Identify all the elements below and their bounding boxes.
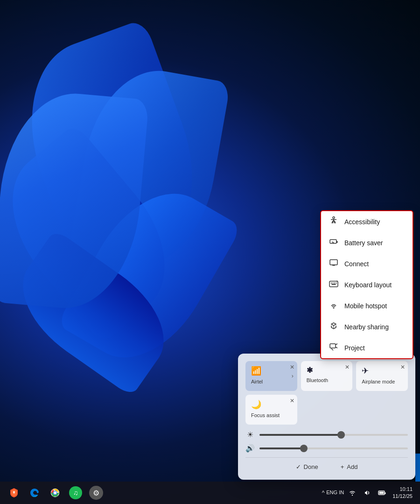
svg-rect-12 [332, 284, 336, 285]
taskbar-brave[interactable] [6, 484, 22, 501]
svg-line-16 [336, 347, 337, 348]
brightness-slider[interactable] [259, 434, 408, 436]
tray-wifi-icon[interactable] [346, 486, 359, 499]
svg-rect-9 [333, 283, 334, 284]
battery-saver-label: Battery saver [344, 239, 383, 247]
svg-rect-14 [330, 344, 336, 348]
brightness-row: ☀ [245, 430, 408, 439]
taskbar-system-tray: ^ ENG IN [316, 486, 420, 500]
svg-line-17 [331, 348, 333, 350]
airplane-label: Airplane mode [362, 379, 402, 384]
svg-rect-3 [336, 241, 338, 243]
volume-thumb[interactable] [300, 445, 308, 452]
volume-slider[interactable] [259, 447, 408, 449]
dropdown-item-battery-saver[interactable]: Battery saver [321, 232, 413, 253]
connect-label: Connect [344, 260, 369, 268]
mobile-hotspot-icon [329, 300, 339, 312]
mobile-hotspot-label: Mobile hotspot [344, 302, 387, 310]
project-icon [329, 342, 339, 354]
svg-rect-4 [330, 260, 337, 265]
add-button[interactable]: + Add [337, 461, 362, 472]
qs-tile-airtel[interactable]: ✕ 📶 › Airtel [245, 361, 297, 391]
done-check-icon: ✓ [296, 463, 301, 470]
wifi-icon: 📶 [251, 366, 261, 376]
brightness-icon: ☀ [245, 430, 255, 439]
system-clock[interactable]: 10:11 11/12/25 [391, 486, 414, 500]
dropdown-item-mobile-hotspot[interactable]: Mobile hotspot [321, 295, 413, 316]
nearby-sharing-label: Nearby sharing [344, 323, 389, 331]
brightness-fill [259, 434, 341, 436]
chevron-icon: › [292, 373, 294, 379]
keyboard-layout-label: Keyboard layout [344, 281, 392, 289]
taskbar-edge[interactable] [26, 484, 43, 501]
pin-icon-ap: ✕ [400, 364, 405, 370]
dropdown-item-connect[interactable]: Connect [321, 253, 413, 274]
qs-tile-bluetooth[interactable]: ✕ ✱ Bluetooth [301, 361, 353, 391]
show-hidden-icons-button[interactable]: ^ [322, 490, 325, 496]
accessibility-icon [329, 216, 339, 227]
tray-battery-icon[interactable] [376, 486, 389, 499]
quick-settings-footer: ✓ Done + Add [245, 457, 408, 472]
language-indicator[interactable]: ENG IN [326, 490, 344, 496]
pin-icon-fa: ✕ [290, 398, 294, 404]
clock-date: 11/12/25 [392, 493, 413, 500]
volume-fill [259, 447, 304, 449]
taskbar: ♫ ⚙ ^ ENG IN [0, 482, 420, 504]
svg-rect-10 [334, 283, 335, 284]
lang-eng: ENG IN [326, 490, 344, 496]
done-label: Done [304, 463, 318, 470]
airtel-label: Airtel [251, 379, 292, 384]
volume-row: 🔊 [245, 444, 408, 453]
bluetooth-label: Bluetooth [307, 377, 347, 383]
focus-label: Focus assist [251, 412, 292, 418]
pin-icon-bt: ✕ [345, 364, 350, 370]
tray-volume-icon[interactable] [361, 486, 374, 499]
add-dropdown-menu: Accessibility Battery saver Connect [320, 210, 413, 359]
keyboard-layout-icon [329, 279, 339, 291]
svg-rect-8 [331, 283, 332, 284]
nearby-sharing-icon [329, 321, 339, 333]
accessibility-label: Accessibility [344, 218, 380, 226]
brightness-thumb[interactable] [337, 431, 345, 439]
airplane-icon: ✈ [362, 366, 369, 376]
bluetooth-icon: ✱ [307, 366, 313, 375]
taskbar-app-icons: ♫ ⚙ [0, 484, 110, 501]
connect-icon [329, 258, 339, 270]
taskbar-spotify[interactable]: ♫ [67, 484, 84, 501]
dropdown-item-nearby-sharing[interactable]: Nearby sharing [321, 316, 413, 337]
pin-icon: ✕ [290, 364, 294, 370]
qs-tile-airplane[interactable]: ✕ ✈ Airplane mode [356, 361, 408, 391]
dropdown-item-accessibility[interactable]: Accessibility [321, 211, 413, 232]
battery-saver-icon [329, 237, 339, 248]
volume-icon: 🔊 [245, 444, 255, 453]
notification-bar [415, 454, 420, 482]
add-plus-icon: + [341, 463, 344, 470]
dropdown-item-project[interactable]: Project [321, 337, 413, 358]
project-label: Project [344, 344, 365, 352]
taskbar-settings[interactable]: ⚙ [88, 484, 105, 501]
done-button[interactable]: ✓ Done [292, 461, 322, 472]
svg-point-20 [54, 491, 56, 494]
quick-settings-panel: ✕ 📶 › Airtel ✕ ✱ Bluetooth ✕ ✈ Airplane … [238, 354, 415, 480]
svg-rect-23 [379, 492, 384, 494]
svg-point-13 [333, 307, 335, 309]
qs-tile-focus[interactable]: ✕ 🌙 Focus assist [245, 395, 297, 425]
spotify-logo: ♫ [69, 486, 82, 499]
svg-rect-22 [385, 492, 386, 494]
svg-line-15 [336, 344, 337, 345]
settings-logo: ⚙ [89, 486, 103, 500]
svg-point-0 [333, 217, 335, 219]
quick-settings-tiles: ✕ 📶 › Airtel ✕ ✱ Bluetooth ✕ ✈ Airplane … [245, 361, 408, 425]
clock-time: 10:11 [392, 486, 413, 493]
svg-rect-11 [336, 283, 337, 284]
dropdown-item-keyboard-layout[interactable]: Keyboard layout [321, 274, 413, 295]
moon-icon: 🌙 [251, 399, 261, 410]
add-label: Add [347, 463, 357, 470]
taskbar-chrome[interactable] [47, 484, 63, 501]
